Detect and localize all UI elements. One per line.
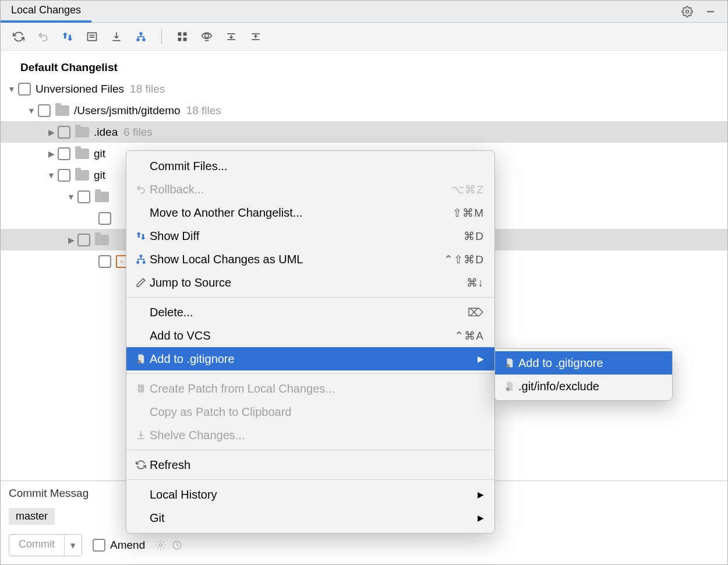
- menu-jump-source[interactable]: Jump to Source ⌘↓: [126, 271, 494, 294]
- disclosure-right-icon[interactable]: ▶: [46, 128, 56, 137]
- checkbox[interactable]: [38, 104, 51, 117]
- checkbox[interactable]: [58, 126, 70, 139]
- svg-rect-6: [140, 32, 143, 34]
- minimize-icon[interactable]: [704, 5, 717, 18]
- svg-rect-7: [137, 38, 140, 41]
- file-ignore-icon: [501, 381, 518, 391]
- disclosure-down-icon[interactable]: ▼: [26, 106, 37, 115]
- collapse-icon[interactable]: [249, 30, 262, 43]
- gear-icon[interactable]: [154, 539, 167, 552]
- disclosure-down-icon[interactable]: ▼: [66, 192, 76, 202]
- toolbar: [1, 23, 727, 51]
- file-count: 6 files: [123, 126, 153, 139]
- disclosure-right-icon[interactable]: ▶: [46, 149, 56, 158]
- menu-refresh[interactable]: Refresh: [126, 453, 494, 476]
- svg-rect-20: [140, 255, 143, 257]
- expand-icon[interactable]: [225, 30, 238, 43]
- disclosure-down-icon[interactable]: ▼: [46, 171, 56, 180]
- changelist-icon[interactable]: [86, 30, 98, 43]
- menu-add-gitignore[interactable]: Add to .gitignore ▶: [126, 347, 494, 370]
- checkbox[interactable]: [18, 83, 31, 96]
- menu-show-uml[interactable]: Show Local Changes as UML ⌃⇧⌘D: [126, 248, 494, 271]
- diff-icon[interactable]: [61, 30, 74, 43]
- menu-move-changelist[interactable]: Move to Another Changelist... ⇧⌘M: [126, 201, 494, 224]
- tab-label: Local Changes: [11, 4, 81, 16]
- node-label: /Users/jsmith/gitdemo: [74, 104, 181, 117]
- submenu-add-gitignore[interactable]: Add to .gitignore: [495, 351, 672, 375]
- panel-header: Local Changes: [1, 1, 727, 23]
- preview-icon[interactable]: [200, 30, 213, 43]
- commit-button[interactable]: Commit ▾: [9, 534, 82, 556]
- svg-text:±: ±: [139, 386, 142, 390]
- gitignore-submenu: Add to .gitignore .git/info/exclude: [494, 348, 673, 401]
- folder-icon: [95, 192, 109, 202]
- folder-icon: [75, 170, 89, 181]
- folder-icon: [75, 149, 89, 159]
- checkbox[interactable]: [77, 234, 90, 246]
- disclosure-right-icon[interactable]: ▶: [66, 235, 76, 245]
- menu-rollback: Rollback... ⌥⌘Z: [126, 178, 494, 201]
- checkbox[interactable]: [98, 255, 111, 268]
- submenu-git-info-exclude[interactable]: .git/info/exclude: [495, 375, 672, 398]
- folder-icon: [75, 127, 89, 137]
- folder-icon: [55, 105, 69, 116]
- chevron-right-icon: ▶: [478, 490, 484, 499]
- shelve-icon[interactable]: [110, 30, 123, 43]
- default-changelist-node[interactable]: Default Changelist: [1, 57, 727, 78]
- svg-rect-12: [183, 37, 187, 41]
- checkbox[interactable]: [58, 169, 70, 182]
- chevron-right-icon: ▶: [478, 354, 484, 363]
- tab-local-changes[interactable]: Local Changes: [1, 1, 91, 23]
- file-count: 18 files: [186, 104, 221, 117]
- branch-badge[interactable]: master: [9, 508, 55, 525]
- svg-rect-11: [178, 37, 182, 41]
- history-icon[interactable]: [171, 539, 183, 552]
- svg-rect-22: [143, 262, 146, 264]
- commit-button-label: Commit: [9, 535, 64, 556]
- disclosure-down-icon[interactable]: ▼: [6, 84, 17, 94]
- commit-dropdown[interactable]: ▾: [64, 535, 82, 556]
- checkbox[interactable]: [58, 147, 70, 160]
- svg-rect-8: [143, 38, 146, 41]
- file-count: 18 files: [130, 83, 165, 96]
- chevron-right-icon: ▶: [478, 513, 484, 522]
- node-label: Unversioned Files: [36, 83, 124, 96]
- svg-rect-21: [137, 262, 140, 264]
- uml-icon[interactable]: [135, 30, 147, 43]
- folder-icon: [95, 235, 109, 245]
- file-ignore-icon: [501, 358, 518, 368]
- shelve-icon: [132, 430, 150, 440]
- unversioned-files-node[interactable]: ▼ Unversioned Files 18 files: [1, 78, 727, 100]
- amend-checkbox[interactable]: [93, 539, 105, 552]
- undo-icon: [132, 184, 150, 195]
- context-menu: Commit Files... Rollback... ⌥⌘Z Move to …: [126, 150, 495, 534]
- checkbox[interactable]: [77, 190, 90, 203]
- menu-add-vcs[interactable]: Add to VCS ⌃⌘A: [126, 324, 494, 347]
- group-icon[interactable]: [176, 30, 189, 43]
- node-label: .idea: [94, 126, 118, 139]
- uml-icon: [132, 254, 150, 264]
- amend-label: Amend: [110, 539, 145, 552]
- checkbox[interactable]: [98, 212, 111, 225]
- toolbar-separator: [161, 29, 162, 44]
- refresh-icon: [132, 460, 150, 470]
- gear-icon[interactable]: [681, 5, 694, 18]
- menu-delete[interactable]: Delete... ⌦: [126, 301, 494, 324]
- file-ignore-icon: [132, 354, 150, 364]
- menu-show-diff[interactable]: Show Diff ⌘D: [126, 224, 494, 248]
- refresh-icon[interactable]: [12, 30, 25, 43]
- node-label: Default Changelist: [20, 61, 118, 74]
- menu-commit-files[interactable]: Commit Files...: [126, 154, 494, 178]
- menu-shelve: Shelve Changes...: [126, 423, 494, 447]
- svg-rect-9: [178, 32, 182, 36]
- undo-icon[interactable]: [37, 30, 50, 43]
- menu-copy-patch: Copy as Patch to Clipboard: [126, 400, 494, 423]
- idea-folder-node[interactable]: ▶ .idea 6 files: [1, 121, 727, 143]
- menu-local-history[interactable]: Local History ▶: [126, 483, 494, 506]
- diff-icon: [132, 231, 150, 241]
- menu-git[interactable]: Git ▶: [126, 506, 494, 529]
- node-label: git: [94, 169, 105, 182]
- path-node[interactable]: ▼ /Users/jsmith/gitdemo 18 files: [1, 100, 727, 121]
- svg-point-0: [686, 10, 689, 13]
- svg-point-18: [160, 544, 162, 547]
